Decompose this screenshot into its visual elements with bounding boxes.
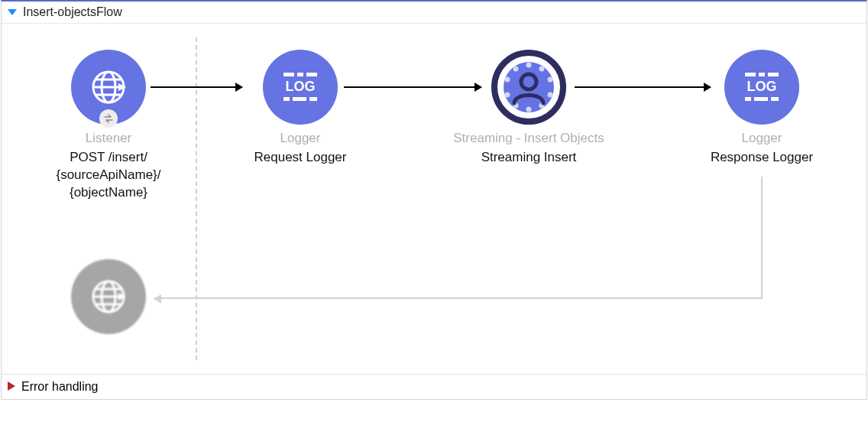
svg-point-23 bbox=[505, 77, 510, 83]
node-type-label: Logger bbox=[220, 131, 381, 146]
flow-arrow bbox=[575, 86, 711, 88]
svg-marker-6 bbox=[118, 83, 126, 91]
svg-point-18 bbox=[548, 93, 553, 98]
svg-text:LOG: LOG bbox=[747, 79, 777, 94]
return-arrow-head bbox=[154, 298, 159, 300]
svg-point-14 bbox=[504, 62, 554, 112]
svg-point-22 bbox=[505, 93, 510, 98]
node-type-label: Streaming - Insert Objects bbox=[429, 131, 628, 146]
flow-arrow bbox=[344, 86, 481, 88]
svg-rect-9 bbox=[306, 73, 317, 76]
log-icon: LOG bbox=[263, 50, 338, 125]
flow-canvas[interactable]: Listener POST /insert/ {sourceApiName}/ … bbox=[2, 24, 866, 374]
flow-node-response-logger[interactable]: LOG Logger Response Logger bbox=[682, 50, 842, 167]
node-name-label: Request Logger bbox=[220, 149, 381, 167]
svg-marker-0 bbox=[8, 9, 17, 15]
triangle-right-icon bbox=[8, 380, 15, 394]
svg-rect-26 bbox=[745, 73, 756, 76]
svg-rect-30 bbox=[745, 97, 751, 101]
node-name-label: Streaming Insert bbox=[429, 149, 628, 167]
flow-title: Insert-objectsFlow bbox=[23, 5, 122, 19]
flow-node-streaming-insert[interactable]: Streaming - Insert Objects Streaming Ins… bbox=[429, 50, 628, 167]
svg-rect-13 bbox=[309, 97, 317, 101]
globe-arrow-icon bbox=[71, 50, 146, 125]
svg-rect-32 bbox=[771, 97, 779, 101]
svg-point-16 bbox=[539, 67, 545, 72]
node-type-label: Listener bbox=[28, 131, 189, 146]
svg-rect-12 bbox=[293, 97, 306, 101]
svg-point-20 bbox=[526, 107, 532, 112]
flow-node-request-logger[interactable]: LOG Logger Request Logger bbox=[220, 50, 381, 167]
node-name-label: Response Logger bbox=[682, 149, 842, 167]
flow-panel: Insert-objectsFlow Listener POST /inse bbox=[1, 0, 867, 400]
svg-marker-39 bbox=[8, 381, 15, 391]
error-section-header[interactable]: Error handling bbox=[2, 374, 866, 399]
return-connector bbox=[154, 177, 763, 299]
flow-section-header[interactable]: Insert-objectsFlow bbox=[2, 2, 866, 24]
svg-text:LOG: LOG bbox=[286, 79, 316, 94]
svg-rect-7 bbox=[283, 73, 294, 76]
log-icon: LOG bbox=[724, 50, 799, 125]
person-ring-icon bbox=[491, 50, 566, 125]
svg-point-24 bbox=[513, 67, 519, 72]
svg-rect-11 bbox=[283, 97, 290, 101]
error-title: Error handling bbox=[21, 380, 99, 394]
triangle-down-icon bbox=[8, 8, 17, 17]
svg-rect-28 bbox=[768, 73, 779, 76]
globe-arrow-icon bbox=[71, 259, 146, 334]
flow-arrow bbox=[151, 86, 242, 88]
svg-rect-27 bbox=[759, 73, 765, 76]
node-type-label: Logger bbox=[682, 131, 842, 146]
svg-point-15 bbox=[526, 63, 532, 68]
svg-rect-8 bbox=[297, 73, 303, 76]
svg-rect-31 bbox=[754, 97, 768, 101]
exchange-icon bbox=[99, 109, 118, 128]
svg-point-17 bbox=[548, 77, 553, 83]
svg-marker-38 bbox=[118, 293, 126, 300]
